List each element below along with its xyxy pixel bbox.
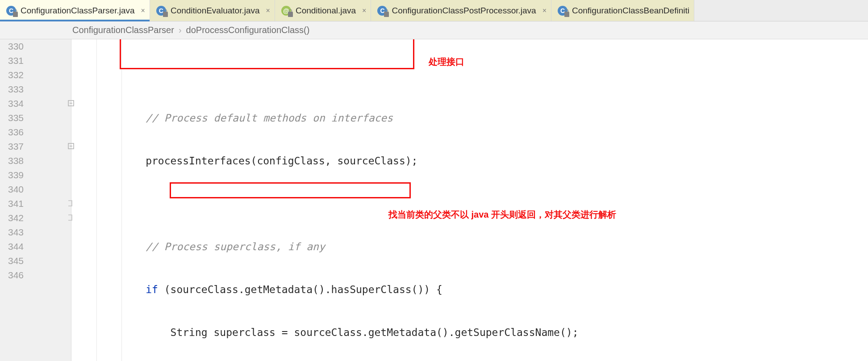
breadcrumb-class[interactable]: ConfigurationClassParser	[72, 25, 174, 35]
tab-conditional[interactable]: @ Conditional.java ×	[275, 0, 371, 21]
tab-config-class-post-processor[interactable]: C ConfigurationClassPostProcessor.java ×	[371, 0, 551, 21]
line-number: 345	[0, 254, 71, 268]
code-editor: 3303313323333343353363373383393403413423…	[0, 39, 868, 361]
tab-label: ConfigurationClassPostProcessor.java	[392, 6, 536, 16]
highlight-box-return-superclass	[170, 182, 411, 198]
breadcrumb: ConfigurationClassParser › doProcessConf…	[0, 21, 868, 39]
editor-tabs-bar: C ConfigurationClassParser.java × C Cond…	[0, 0, 868, 21]
java-annotation-icon: @	[281, 6, 291, 16]
java-class-icon: C	[156, 6, 166, 16]
lock-icon	[13, 12, 18, 17]
breadcrumb-separator: ›	[179, 25, 182, 35]
breadcrumb-method[interactable]: doProcessConfigurationClass()	[186, 25, 310, 35]
lock-icon	[163, 12, 168, 17]
line-number: 332	[0, 68, 71, 82]
line-number: 338	[0, 154, 71, 168]
lock-icon	[564, 12, 569, 17]
line-number: 341	[0, 197, 71, 211]
annotation-superclass-parse: 找当前类的父类不以 java 开头则返回，对其父类进行解析	[388, 207, 616, 222]
tab-config-class-bean-def[interactable]: C ConfigurationClassBeanDefiniti	[551, 0, 694, 21]
line-number: 331	[0, 54, 71, 68]
code-line[interactable]: // Process default methods on interfaces	[71, 111, 868, 125]
java-class-icon: C	[558, 6, 568, 16]
close-icon[interactable]: ×	[141, 7, 145, 15]
line-number: 340	[0, 182, 71, 197]
tab-label: ConfigurationClassBeanDefiniti	[572, 6, 689, 16]
highlight-box-interfaces	[120, 39, 414, 69]
annotation-process-interfaces: 处理接口	[429, 55, 464, 69]
lock-icon	[288, 12, 293, 17]
line-number: 333	[0, 82, 71, 97]
java-class-icon: C	[6, 6, 16, 16]
tab-label: Conditional.java	[296, 6, 356, 16]
line-number: 330	[0, 39, 71, 54]
code-area[interactable]: // Process default methods on interfaces…	[71, 39, 868, 361]
code-line[interactable]: String superclass = sourceClass.getMetad…	[71, 325, 868, 340]
java-class-icon: C	[377, 6, 387, 16]
lock-icon	[384, 12, 389, 17]
close-icon[interactable]: ×	[362, 7, 366, 15]
line-number: 336	[0, 125, 71, 139]
line-number: 335	[0, 111, 71, 125]
line-number: 339	[0, 168, 71, 182]
line-number: 344	[0, 239, 71, 254]
line-number: 343	[0, 225, 71, 239]
close-icon[interactable]: ×	[542, 7, 547, 15]
line-number: 337	[0, 139, 71, 154]
code-line[interactable]: if (sourceClass.getMetadata().hasSuperCl…	[71, 282, 868, 297]
code-line[interactable]: // Process superclass, if any	[71, 239, 868, 254]
line-number: 346	[0, 268, 71, 282]
tab-config-class-parser[interactable]: C ConfigurationClassParser.java ×	[0, 0, 150, 21]
line-number-gutter: 3303313323333343353363373383393403413423…	[0, 39, 71, 361]
tab-label: ConditionEvaluator.java	[171, 6, 260, 16]
code-line[interactable]: processInterfaces(configClass, sourceCla…	[71, 154, 868, 168]
tab-label: ConfigurationClassParser.java	[21, 6, 135, 16]
line-number: 334	[0, 97, 71, 111]
close-icon[interactable]: ×	[266, 7, 270, 15]
tab-condition-evaluator[interactable]: C ConditionEvaluator.java ×	[150, 0, 275, 21]
line-number: 342	[0, 211, 71, 225]
